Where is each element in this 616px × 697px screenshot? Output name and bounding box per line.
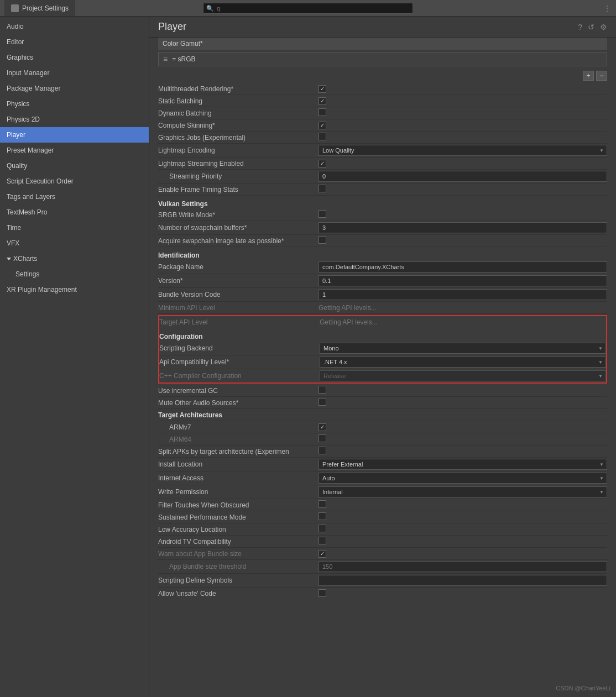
dots-menu[interactable]: ⋮ [603, 4, 612, 13]
sidebar-item-xcharts-label: XCharts [13, 253, 37, 264]
dropdown-install-location[interactable]: Prefer External Force Internal Auto [319, 459, 607, 470]
checkbox-mute-audio[interactable] [319, 398, 326, 406]
main-layout: Audio Editor Graphics Input Manager Pack… [0, 17, 616, 697]
label-sustained-performance: Sustained Performance Mode [158, 513, 319, 521]
sidebar-item-preset-manager[interactable]: Preset Manager [0, 143, 149, 158]
sidebar-item-xr-plugin-management[interactable]: XR Plugin Management [0, 282, 149, 297]
sidebar-item-graphics[interactable]: Graphics [0, 50, 149, 65]
label-split-apks: Split APKs by target architecture (Exper… [158, 448, 319, 455]
value-minimum-api-level: Getting API levels... [319, 304, 607, 312]
row-lightmap-streaming: Lightmap Streaming Enabled [158, 158, 607, 170]
header-icons: ? ↺ ⚙ [578, 23, 607, 32]
row-api-compatibility: Api Compatibility Level* .NET 4.x .NET S… [159, 355, 606, 369]
sidebar-item-audio[interactable]: Audio [0, 19, 149, 34]
label-allow-unsafe-code: Allow 'unsafe' Code [158, 590, 319, 598]
row-incremental-gc: Use incremental GC [158, 385, 607, 397]
configuration-header: Configuration [159, 328, 606, 342]
checkbox-incremental-gc[interactable] [319, 386, 326, 394]
sidebar-item-input-manager[interactable]: Input Manager [0, 65, 149, 81]
remove-button[interactable]: − [596, 71, 607, 81]
sidebar-item-package-manager[interactable]: Package Manager [0, 81, 149, 96]
search-input[interactable] [203, 3, 413, 14]
row-mute-audio: Mute Other Audio Sources* [158, 397, 607, 409]
checkbox-lightmap-streaming[interactable] [319, 160, 326, 167]
value-filter-touches [319, 500, 607, 510]
row-arm64: ARM64 [158, 433, 607, 446]
checkbox-armv7[interactable] [319, 423, 326, 431]
row-install-location: Install Location Prefer External Force I… [158, 458, 607, 471]
sidebar-item-vfx[interactable]: VFX [0, 235, 149, 251]
sidebar-item-quality[interactable]: Quality [0, 158, 149, 174]
help-icon[interactable]: ? [578, 23, 582, 32]
refresh-icon[interactable]: ↺ [588, 23, 594, 32]
sidebar-item-xcharts[interactable]: XCharts [0, 251, 149, 266]
checkbox-dynamic-batching[interactable] [319, 108, 326, 116]
row-static-batching: Static Batching [158, 95, 607, 107]
label-arm64: ARM64 [158, 436, 319, 443]
value-arm64 [319, 434, 607, 444]
dropdown-cpp-compiler[interactable]: Release Debug Master [320, 370, 606, 381]
value-scripting-backend: Mono IL2CPP [320, 343, 606, 354]
dropdown-internet-access[interactable]: Auto Require [319, 473, 607, 484]
checkbox-srgb-write-mode[interactable] [319, 210, 326, 218]
value-android-tv [319, 537, 607, 546]
sidebar-item-settings[interactable]: Settings [0, 266, 149, 282]
sidebar-item-textmesh-pro[interactable]: TextMesh Pro [0, 205, 149, 220]
value-low-accuracy-location [319, 525, 607, 534]
sidebar-item-physics[interactable]: Physics [0, 96, 149, 112]
sidebar-item-physics-2d[interactable]: Physics 2D [0, 112, 149, 127]
value-streaming-priority [319, 171, 607, 182]
input-package-name[interactable] [319, 261, 607, 272]
value-app-bundle-size [319, 549, 607, 558]
sidebar-item-player[interactable]: Player [0, 127, 149, 143]
label-package-name: Package Name [158, 263, 319, 271]
search-bar: 🔍 [203, 3, 413, 14]
sidebar-item-script-execution-order[interactable]: Script Execution Order [0, 174, 149, 189]
value-sustained-performance [319, 512, 607, 522]
checkbox-split-apks[interactable] [319, 447, 326, 454]
highlighted-section: Target API Level Getting API levels... C… [158, 315, 607, 384]
checkbox-android-tv[interactable] [319, 537, 326, 544]
label-install-location: Install Location [158, 460, 319, 468]
value-acquire-swapchain [319, 236, 607, 245]
checkbox-graphics-jobs[interactable] [319, 133, 326, 140]
input-app-bundle-threshold[interactable] [319, 561, 607, 572]
input-scripting-define-symbols[interactable] [319, 575, 607, 586]
label-streaming-priority: Streaming Priority [158, 172, 319, 180]
add-button[interactable]: + [583, 71, 594, 81]
label-version: Version* [158, 277, 319, 285]
sidebar-item-tags-and-layers[interactable]: Tags and Layers [0, 189, 149, 205]
label-bundle-version-code: Bundle Version Code [158, 291, 319, 298]
label-scripting-define-symbols: Scripting Define Symbols [158, 577, 319, 584]
dropdown-scripting-backend[interactable]: Mono IL2CPP [320, 343, 606, 354]
checkbox-sustained-performance[interactable] [319, 512, 326, 520]
row-internet-access: Internet Access Auto Require [158, 471, 607, 485]
input-streaming-priority[interactable] [319, 171, 607, 182]
dropdown-write-permission[interactable]: Internal External (SDCard) [319, 486, 607, 497]
gear-icon[interactable]: ⚙ [600, 23, 607, 32]
label-target-api-level: Target API Level [159, 318, 320, 326]
input-version[interactable] [319, 275, 607, 286]
dropdown-api-compatibility[interactable]: .NET 4.x .NET Standard 2.0 [320, 357, 606, 368]
checkbox-arm64[interactable] [319, 434, 326, 442]
row-app-bundle-size: Warn about App Bundle size [158, 548, 607, 560]
sidebar-item-time[interactable]: Time [0, 220, 149, 235]
checkbox-multithreaded-rendering[interactable] [319, 85, 326, 93]
checkbox-app-bundle-size[interactable] [319, 550, 326, 558]
search-icon: 🔍 [206, 4, 214, 12]
checkbox-low-accuracy-location[interactable] [319, 525, 326, 532]
input-swapchain-buffers[interactable] [319, 222, 607, 233]
input-bundle-version-code[interactable] [319, 289, 607, 300]
row-frame-timing: Enable Frame Timing Stats [158, 184, 607, 196]
checkbox-static-batching[interactable] [319, 97, 326, 105]
checkbox-acquire-swapchain[interactable] [319, 236, 326, 244]
value-cpp-compiler: Release Debug Master [320, 370, 606, 381]
dropdown-lightmap-encoding[interactable]: Low Quality Normal Quality High Quality [319, 145, 607, 156]
sidebar-item-editor[interactable]: Editor [0, 34, 149, 50]
checkbox-allow-unsafe-code[interactable] [319, 589, 326, 597]
checkbox-compute-skinning[interactable] [319, 122, 326, 129]
checkbox-filter-touches[interactable] [319, 500, 326, 508]
label-swapchain-buffers: Number of swapchain buffers* [158, 224, 319, 232]
checkbox-frame-timing[interactable] [319, 185, 326, 192]
label-mute-audio: Mute Other Audio Sources* [158, 399, 319, 407]
